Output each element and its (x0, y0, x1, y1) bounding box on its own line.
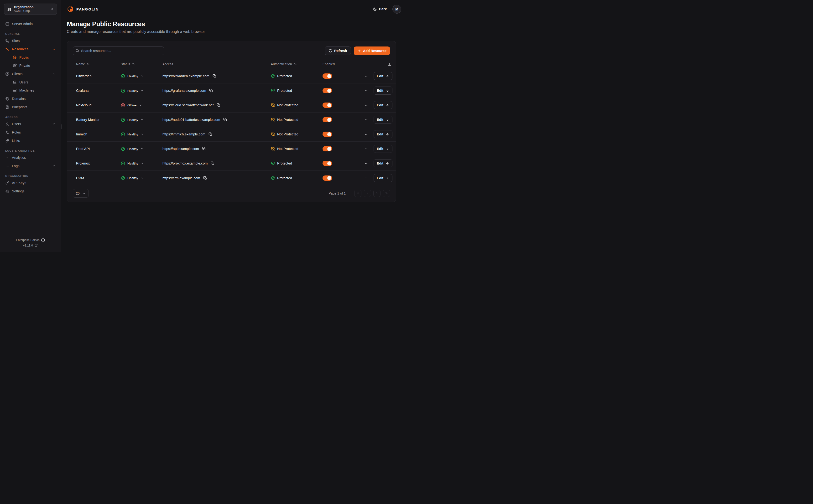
resource-name: Bitwarden (76, 74, 121, 78)
copy-icon[interactable] (202, 147, 206, 151)
copy-icon[interactable] (217, 103, 220, 107)
status-label: Healthy (127, 162, 138, 165)
row-menu-button[interactable] (364, 117, 370, 123)
access-cell: https://crm.example.com (162, 176, 271, 180)
sidebar-item-machines[interactable]: Machines (11, 86, 57, 94)
page-size-select[interactable]: 20 (73, 189, 89, 198)
column-label: Access (162, 62, 173, 66)
sidebar-item-users[interactable]: Users (4, 120, 57, 128)
enabled-toggle[interactable] (322, 161, 332, 166)
status-dropdown[interactable]: Healthy (121, 176, 162, 180)
search-input[interactable] (73, 46, 164, 55)
sidebar-scrollbar-thumb[interactable] (62, 124, 62, 129)
first-page-button[interactable] (354, 190, 361, 197)
copy-icon[interactable] (212, 74, 216, 78)
enabled-toggle[interactable] (322, 117, 332, 122)
columns-view-icon[interactable] (387, 61, 392, 67)
sidebar-item-roles[interactable]: Roles (4, 128, 57, 136)
brand[interactable]: PANGOLIN (67, 5, 99, 13)
row-menu-button[interactable] (364, 102, 370, 108)
enabled-toggle[interactable] (322, 73, 332, 79)
column-header-authentication[interactable]: Authentication (271, 62, 322, 66)
edit-button[interactable]: Edit (373, 130, 392, 138)
sidebar-item-sites[interactable]: Sites (4, 37, 57, 45)
copy-icon[interactable] (211, 161, 214, 165)
sidebar-item-analytics[interactable]: Analytics (4, 154, 57, 162)
sidebar-item-server-admin[interactable]: Server Admin (4, 20, 57, 28)
next-page-button[interactable] (373, 190, 380, 197)
globe-lock-icon (13, 63, 17, 67)
enabled-toggle[interactable] (322, 132, 332, 137)
sidebar-item-label: Resources (12, 47, 28, 51)
access-cell: https://proxmox.example.com (162, 161, 271, 165)
edit-button[interactable]: Edit (373, 116, 392, 124)
copy-icon[interactable] (223, 118, 227, 122)
status-dropdown[interactable]: Healthy (121, 74, 162, 78)
row-actions: Edit (353, 72, 392, 80)
refresh-button[interactable]: Refresh (325, 46, 351, 55)
status-dropdown[interactable]: Healthy (121, 161, 162, 166)
sidebar-item-links[interactable]: Links (4, 137, 57, 145)
enabled-toggle[interactable] (322, 146, 332, 151)
edit-button-label: Edit (377, 118, 383, 122)
refresh-button-label: Refresh (334, 49, 347, 53)
moon-icon (373, 7, 377, 11)
row-menu-button[interactable] (364, 88, 370, 94)
prev-page-button[interactable] (364, 190, 371, 197)
sidebar-item-settings[interactable]: Settings (4, 187, 57, 195)
sidebar-item-resources[interactable]: Resources (4, 45, 57, 53)
copy-icon[interactable] (203, 176, 207, 180)
sidebar-item-domains[interactable]: Domains (4, 95, 57, 103)
column-header-name[interactable]: Name (76, 62, 121, 66)
row-actions: Edit (353, 101, 392, 109)
sidebar-item-client-users[interactable]: Users (11, 78, 57, 86)
last-page-button[interactable] (383, 190, 390, 197)
status-dropdown[interactable]: Offline (121, 103, 162, 108)
x-circle-icon (121, 103, 125, 108)
add-resource-button[interactable]: Add Resource (354, 46, 390, 55)
edit-button[interactable]: Edit (373, 87, 392, 95)
shield-check-icon (271, 88, 275, 93)
monitor-up-icon (5, 72, 9, 76)
edit-button[interactable]: Edit (373, 159, 392, 167)
column-label: Status (121, 62, 130, 66)
sidebar-item-private[interactable]: Private (11, 62, 57, 69)
enabled-toggle[interactable] (322, 103, 332, 108)
status-dropdown[interactable]: Healthy (121, 88, 162, 93)
resource-name: Grafana (76, 89, 121, 93)
sidebar-item-public[interactable]: Public (11, 53, 57, 61)
status-dropdown[interactable]: Healthy (121, 147, 162, 151)
copy-icon[interactable] (208, 132, 212, 136)
authentication-label: Protected (277, 74, 292, 78)
enabled-toggle[interactable] (322, 175, 332, 181)
row-menu-button[interactable] (364, 175, 370, 181)
table-row: Battery Monitor Healthy https://node01.b… (67, 113, 396, 127)
sidebar-item-blueprints[interactable]: Blueprints (4, 103, 57, 111)
row-menu-button[interactable] (364, 131, 370, 137)
avatar[interactable]: M (392, 5, 401, 14)
copy-icon[interactable] (209, 89, 213, 93)
sidebar-item-api-keys[interactable]: API Keys (4, 179, 57, 187)
status-dropdown[interactable]: Healthy (121, 118, 162, 122)
edit-button[interactable]: Edit (373, 145, 392, 153)
github-icon[interactable] (41, 238, 45, 242)
edit-button[interactable]: Edit (373, 101, 392, 109)
edit-button[interactable]: Edit (373, 174, 392, 182)
sidebar-item-logs[interactable]: Logs (4, 162, 57, 170)
org-switcher[interactable]: Organization ACME Corp. (4, 4, 57, 15)
row-menu-button[interactable] (364, 160, 370, 166)
arrow-right-icon (385, 118, 389, 122)
column-header-status[interactable]: Status (121, 62, 162, 66)
theme-toggle[interactable]: Dark (373, 7, 387, 11)
external-link-icon[interactable] (35, 244, 38, 247)
row-menu-button[interactable] (364, 73, 370, 79)
sidebar-item-label: Domains (12, 97, 26, 101)
arrow-right-icon (385, 103, 389, 107)
row-menu-button[interactable] (364, 146, 370, 152)
edit-button[interactable]: Edit (373, 72, 392, 80)
sidebar-item-label: Private (19, 64, 30, 67)
enabled-toggle[interactable] (322, 88, 332, 93)
status-dropdown[interactable]: Healthy (121, 132, 162, 137)
sidebar-item-clients[interactable]: Clients (4, 70, 57, 78)
column-label: Authentication (271, 62, 292, 66)
